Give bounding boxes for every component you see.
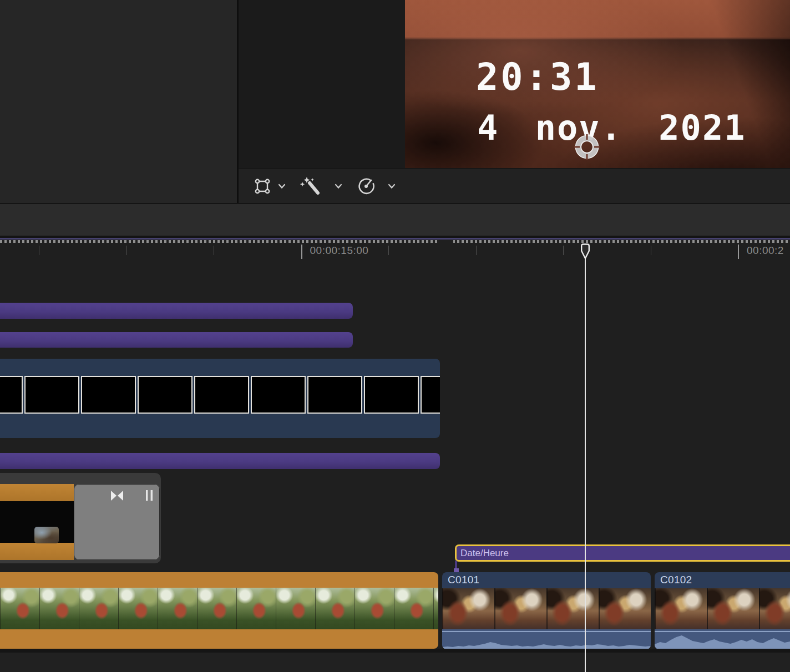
film-frame [421, 376, 440, 414]
clip-label: Date/Heure [460, 548, 509, 559]
film-frame [364, 376, 419, 414]
title-date-text: 4 nov. 2021 [477, 108, 746, 148]
timeline-ruler[interactable]: 00:00:15:0000:00:2 [0, 243, 790, 262]
audio-waveform-band [442, 629, 651, 649]
fcp-window: 20:31 4 nov. 2021 [0, 0, 790, 672]
timeline-top-line [0, 236, 790, 240]
browser-panel [0, 0, 237, 203]
film-frame [81, 376, 136, 414]
viewer-toolbar [239, 168, 790, 203]
audio-clip-purple-2[interactable] [0, 332, 353, 348]
pause-bars-icon [145, 490, 153, 501]
ruler-tick [388, 246, 389, 255]
transition-bowtie-icon [110, 490, 124, 501]
video-clip-c0101[interactable]: C0101 [442, 572, 651, 649]
enhancements-wand-icon[interactable] [300, 176, 322, 196]
audio-clip-purple-1[interactable] [0, 303, 353, 319]
playhead-line[interactable] [585, 245, 586, 672]
ruler-timecode-label: 00:00:2 [747, 245, 784, 257]
video-clip-garden[interactable] [0, 572, 438, 649]
secondary-storyline[interactable] [0, 473, 161, 563]
timeline-bottom-area [0, 653, 790, 672]
clip-header: C0101 [442, 572, 651, 588]
clip-thumbnail [34, 527, 59, 543]
ruler-tick [126, 246, 127, 255]
playhead-handle[interactable] [580, 243, 590, 259]
transform-chevron-icon[interactable] [278, 184, 286, 189]
retime-chevron-icon[interactable] [388, 184, 396, 189]
video-clip-c0102[interactable]: C0102 [655, 572, 790, 649]
clip-header: C0102 [655, 572, 790, 588]
clip-label: C0102 [660, 574, 692, 586]
transform-tool-icon[interactable] [254, 177, 271, 195]
film-frame [194, 376, 249, 414]
clip-label: C0101 [448, 574, 480, 586]
film-frame [0, 376, 23, 414]
film-frame [138, 376, 193, 414]
audio-waveform [655, 633, 790, 649]
livingroom-thumbnails [655, 588, 790, 629]
film-frame [251, 376, 306, 414]
film-frame [24, 376, 79, 414]
timeline-toolbar-strip [0, 203, 790, 237]
target-reticle-icon[interactable] [573, 133, 601, 161]
ruler-tick [563, 246, 564, 255]
ruler-timecode-label: 00:00:15:00 [310, 245, 369, 257]
cross-dissolve-transition[interactable] [74, 484, 160, 560]
storyline-orange-clip[interactable] [0, 484, 74, 560]
film-frame [307, 376, 362, 414]
garden-thumbnails [0, 588, 438, 629]
waveform-topline [655, 631, 790, 632]
ruler-major-tick [738, 245, 739, 259]
title-clip-filmstrip[interactable] [0, 359, 440, 438]
audio-clip-purple-3[interactable] [0, 453, 440, 469]
audio-waveform-band [655, 629, 790, 649]
ruler-tick [476, 246, 477, 255]
filmstrip-frames [0, 376, 440, 414]
livingroom-thumbnails [442, 588, 651, 629]
waveform-topline [442, 631, 651, 632]
video-preview[interactable]: 20:31 4 nov. 2021 [405, 0, 790, 168]
title-time-text: 20:31 [476, 55, 599, 99]
ruler-major-tick [301, 245, 302, 259]
audio-waveform [442, 633, 651, 649]
viewer-panel: 20:31 4 nov. 2021 [239, 0, 790, 203]
ruler-tick [39, 246, 39, 255]
connection-stem [455, 561, 457, 569]
ruler-tick [214, 246, 214, 255]
ruler-tick [651, 246, 651, 255]
clip-band-top [0, 484, 74, 501]
clip-band-bottom [0, 543, 74, 560]
timeline-seam [0, 649, 790, 653]
video-top-band [405, 0, 790, 39]
retime-meter-icon[interactable] [357, 177, 376, 196]
enhancements-chevron-icon[interactable] [335, 184, 342, 189]
title-clip-dateheure[interactable]: Date/Heure [455, 544, 790, 562]
